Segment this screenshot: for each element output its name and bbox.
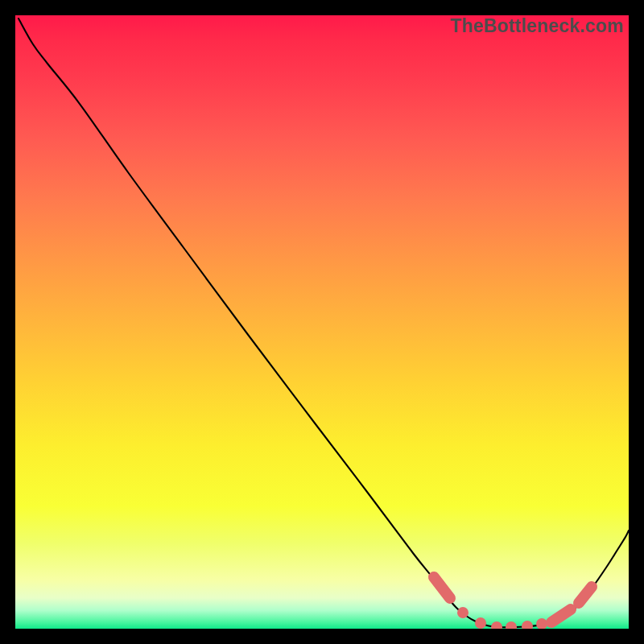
marker-dot xyxy=(506,621,517,629)
marker-dot xyxy=(522,621,533,629)
marker-segment xyxy=(551,609,571,622)
plot-area: TheBottleneck.com xyxy=(15,15,629,629)
marker-dot xyxy=(475,617,486,629)
marker-dot xyxy=(491,621,502,629)
chart-frame: TheBottleneck.com xyxy=(0,0,644,644)
marker-segment xyxy=(579,587,592,603)
marker-dot xyxy=(457,607,469,618)
chart-svg xyxy=(15,15,629,629)
bottleneck-curve xyxy=(19,19,629,627)
marker-dot xyxy=(536,618,547,629)
marker-segment xyxy=(434,577,450,598)
